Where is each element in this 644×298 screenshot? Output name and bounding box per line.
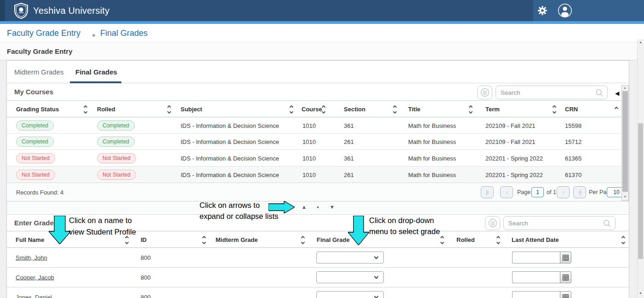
column-crn[interactable]: CRN xyxy=(565,106,578,113)
sort-icon[interactable] xyxy=(84,106,87,113)
rolled-status-badge: Not Started xyxy=(97,170,136,180)
splitter-dot-icon[interactable]: ● xyxy=(317,205,319,209)
next-page-button[interactable]: › xyxy=(557,186,570,198)
calendar-grid-icon[interactable] xyxy=(560,252,571,264)
sort-icon[interactable] xyxy=(441,236,444,244)
breadcrumb: Faculty Grade Entry Final Grades xyxy=(0,24,644,42)
annotation-expand-line2: expand or collapse lists xyxy=(199,212,279,221)
sort-icon[interactable] xyxy=(393,106,396,113)
my-courses-scrollbar-thumb[interactable] xyxy=(622,91,628,192)
sort-icon[interactable] xyxy=(302,236,304,244)
scroll-up-icon[interactable]: ▲ xyxy=(639,40,642,44)
annotation-profile-line1: Click on a name to xyxy=(69,216,132,225)
term-cell: 202109 - Fall 2021 xyxy=(485,122,535,129)
scroll-up-icon[interactable]: ▲ xyxy=(623,86,627,89)
sort-icon[interactable] xyxy=(125,236,128,244)
subject-cell: IDS - Information & Decision Science xyxy=(181,138,279,145)
table-row[interactable]: Not Started Not Started IDS - Informatio… xyxy=(7,166,629,183)
calendar-grid-icon[interactable] xyxy=(560,291,571,298)
my-courses-search-input[interactable] xyxy=(496,86,607,99)
breadcrumb-link-final-grades[interactable]: Final Grades xyxy=(100,29,148,38)
grading-status-badge: Completed xyxy=(16,137,54,147)
sort-icon[interactable] xyxy=(553,106,556,113)
topbar-right-section xyxy=(533,0,644,21)
page-number-input[interactable] xyxy=(531,187,544,197)
previous-page-button[interactable]: ‹ xyxy=(500,186,513,198)
sort-icon[interactable] xyxy=(497,236,500,244)
sort-icon[interactable] xyxy=(290,106,293,113)
section-cell: 361 xyxy=(344,122,354,129)
column-full-name[interactable]: Full Name xyxy=(16,236,44,243)
scroll-down-icon[interactable]: ▼ xyxy=(639,292,642,295)
sort-icon[interactable] xyxy=(203,236,205,244)
table-row[interactable]: Completed Completed IDS - Information & … xyxy=(7,117,629,134)
user-avatar-icon[interactable] xyxy=(557,3,573,19)
column-term[interactable]: Term xyxy=(485,106,500,113)
breadcrumb-link-faculty-grade-entry[interactable]: Faculty Grade Entry xyxy=(7,29,80,38)
title-cell: Math for Business xyxy=(408,122,456,129)
tab-midterm-grades[interactable]: Midterm Grades xyxy=(14,61,64,83)
sort-icon[interactable] xyxy=(322,106,325,113)
last-attend-date-input[interactable] xyxy=(512,291,560,298)
final-grade-select[interactable] xyxy=(316,252,384,264)
my-courses-title: My Courses xyxy=(14,88,53,96)
last-page-button[interactable]: ›| xyxy=(573,186,586,198)
scroll-down-icon[interactable]: ▼ xyxy=(623,195,627,198)
sort-ascending-icon[interactable] xyxy=(615,107,618,110)
magnifier-icon xyxy=(595,89,604,97)
crn-cell: 15598 xyxy=(565,122,581,129)
student-id-cell: 800 xyxy=(141,294,151,298)
column-section[interactable]: Section xyxy=(344,106,365,113)
column-last-attend-date[interactable]: Last Attend Date xyxy=(512,236,559,243)
final-grade-select[interactable] xyxy=(316,291,384,298)
section-cell: 361 xyxy=(344,155,354,161)
sort-icon[interactable] xyxy=(622,236,625,244)
sort-icon[interactable] xyxy=(168,106,171,113)
first-page-button[interactable]: |‹ xyxy=(481,186,494,198)
annotation-arrow-right-icon xyxy=(268,201,295,213)
crn-cell: 61365 xyxy=(565,155,581,161)
column-rolled[interactable]: Rolled xyxy=(97,106,115,113)
column-rolled[interactable]: Rolled xyxy=(456,236,475,243)
column-midterm-grade[interactable]: Midterm Grade xyxy=(216,236,258,243)
term-cell: 202109 - Fall 2021 xyxy=(485,138,535,145)
records-found-text: Records Found: 4 xyxy=(16,189,63,196)
enter-grades-search-input[interactable] xyxy=(504,217,615,229)
settings-gear-icon[interactable] xyxy=(536,5,548,17)
chevron-down-icon xyxy=(374,294,379,298)
expand-down-icon[interactable]: ▼ xyxy=(330,204,335,210)
chevron-down-icon xyxy=(374,255,379,259)
crn-cell: 15712 xyxy=(565,138,581,145)
student-name-link[interactable]: Smith, John xyxy=(16,254,47,261)
table-row[interactable]: Not Started Not Started IDS - Informatio… xyxy=(7,150,629,166)
faculty-grade-entry-screen: Yeshiva University Faculty xyxy=(0,0,644,298)
student-row: Jones, Daniel 800 xyxy=(7,287,629,298)
brand-title: Yeshiva University xyxy=(33,0,109,21)
page-scrollbar-thumb[interactable] xyxy=(638,123,643,259)
calendar-grid-icon[interactable] xyxy=(560,271,571,283)
column-final-grade[interactable]: Final Grade xyxy=(317,236,350,243)
enter-grades-tools-pantheon-icon[interactable] xyxy=(485,216,500,230)
tab-final-grades[interactable]: Final Grades xyxy=(75,61,117,83)
last-attend-date-input[interactable] xyxy=(512,252,560,264)
sort-icon[interactable] xyxy=(469,106,472,113)
student-name-link[interactable]: Jones, Daniel xyxy=(16,294,52,298)
final-grade-select[interactable] xyxy=(316,271,384,283)
my-courses-tools-pantheon-icon[interactable] xyxy=(477,86,492,99)
student-name-link[interactable]: Cooper, Jacob xyxy=(16,274,54,281)
last-attend-date-input[interactable] xyxy=(512,271,560,283)
column-course[interactable]: Course xyxy=(302,106,322,113)
column-subject[interactable]: Subject xyxy=(181,106,202,113)
student-id-cell: 800 xyxy=(141,254,151,261)
collapse-up-icon[interactable]: ▲ xyxy=(302,204,307,210)
column-grading-status[interactable]: Grading Status xyxy=(16,106,59,113)
student-row: Smith, John 800 xyxy=(7,248,629,268)
table-row[interactable]: Completed Completed IDS - Information & … xyxy=(7,134,629,150)
title-cell: Math for Business xyxy=(408,155,456,161)
panel-resize-arrow-icon[interactable]: ◀ xyxy=(615,90,619,97)
column-title[interactable]: Title xyxy=(408,106,421,113)
records-pagination-bar: Records Found: 4 |‹ ‹ Page of 1 › ›| Per… xyxy=(7,183,629,201)
column-id[interactable]: ID xyxy=(141,236,147,243)
panel-splitter[interactable]: ▲ ● ▼ xyxy=(7,201,629,215)
university-shield-icon[interactable] xyxy=(14,3,28,21)
